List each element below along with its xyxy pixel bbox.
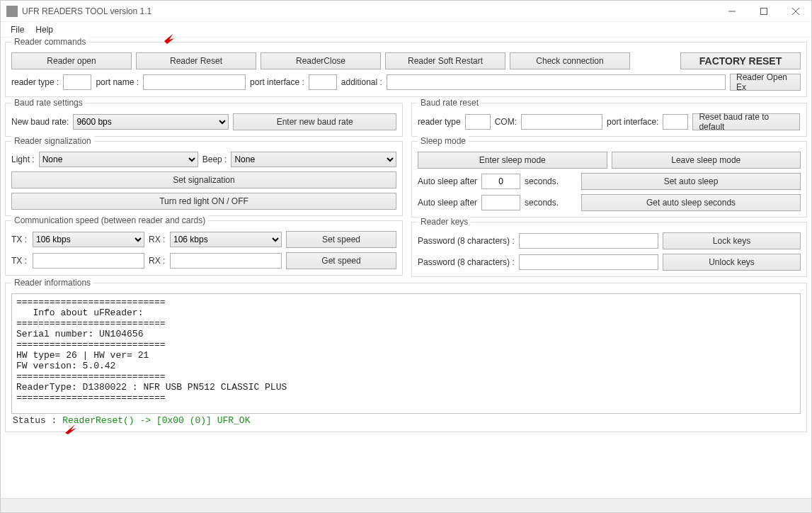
svg-rect-1 (760, 8, 767, 14)
reader-signalization-group: Reader signalization Light : None Beep :… (5, 141, 403, 216)
reader-commands-legend: Reader commands (11, 37, 88, 47)
close-button[interactable] (779, 1, 811, 22)
set-signalization-button[interactable]: Set signalization (11, 171, 396, 188)
maximize-button[interactable] (748, 1, 779, 22)
sleep-mode-legend: Sleep mode (418, 136, 469, 146)
rx-select[interactable]: 106 kbps (170, 232, 282, 247)
auto-sleep-after-label-1: Auto sleep after (418, 176, 477, 186)
comm-speed-legend: Communication speed (between reader and … (11, 215, 208, 225)
reader-keys-legend: Reader keys (418, 217, 471, 227)
rx-output[interactable] (170, 253, 282, 269)
status-line: Status : ReaderReset() -> [0x00 (0)] UFR… (11, 414, 801, 426)
brr-com-label: COM: (495, 117, 517, 127)
additional-label: additional : (341, 77, 382, 87)
password-input-2[interactable] (519, 254, 658, 270)
menu-help[interactable]: Help (30, 23, 59, 36)
menu-file[interactable]: File (5, 23, 30, 36)
additional-input[interactable] (387, 74, 726, 90)
seconds-label-2: seconds. (525, 198, 559, 208)
reader-soft-restart-button[interactable]: Reader Soft Restart (385, 52, 505, 69)
tx-out-label: TX : (11, 256, 28, 266)
reader-open-ex-button[interactable]: Reader Open Ex (730, 74, 801, 91)
light-select[interactable]: None (39, 152, 198, 167)
rx-out-label: RX : (149, 256, 166, 266)
brr-port-interface-input[interactable] (663, 114, 688, 130)
seconds-label-1: seconds. (525, 176, 559, 186)
password-label-1: Password (8 characters) : (418, 236, 515, 246)
port-interface-label: port interface : (250, 77, 304, 87)
baud-rate-reset-legend: Baud rate reset (418, 98, 481, 108)
brr-reader-type-label: reader type (418, 117, 461, 127)
reader-informations-group: Reader informations ====================… (5, 283, 807, 432)
brr-reader-type-input[interactable] (465, 114, 491, 130)
auto-sleep-after-label-2: Auto sleep after (418, 198, 477, 208)
new-baud-rate-select[interactable]: 9600 bps (73, 114, 229, 130)
tx-label: TX : (11, 235, 28, 244)
beep-label: Beep : (202, 154, 227, 164)
baud-rate-settings-legend: Baud rate settings (11, 98, 86, 108)
baud-rate-settings-group: Baud rate settings New baud rate: 9600 b… (5, 103, 403, 137)
light-label: Light : (11, 154, 35, 164)
tx-output[interactable] (33, 253, 144, 269)
get-speed-button[interactable]: Get speed (286, 252, 396, 269)
status-prefix: Status : (13, 415, 62, 426)
titlebar: UFR READERS TOOL version 1.1 (1, 1, 811, 22)
brr-com-input[interactable] (521, 114, 602, 130)
reader-informations-legend: Reader informations (11, 278, 93, 288)
statusbar (1, 498, 811, 512)
reader-commands-group: Reader commands Reader open Reader Reset… (5, 42, 807, 97)
svg-marker-5 (65, 424, 76, 434)
turn-red-light-button[interactable]: Turn red light ON / OFF (11, 193, 396, 210)
menubar: File Help (1, 22, 811, 38)
lock-keys-button[interactable]: Lock keys (663, 232, 801, 249)
reader-open-button[interactable]: Reader open (11, 52, 132, 69)
tx-select[interactable]: 106 kbps (33, 232, 144, 247)
leave-sleep-button[interactable]: Leave sleep mode (612, 152, 801, 169)
status-message: ReaderReset() -> [0x00 (0)] UFR_OK (62, 415, 250, 426)
reader-signalization-legend: Reader signalization (11, 136, 94, 146)
auto-sleep-seconds-input-1[interactable] (481, 174, 520, 189)
port-interface-input[interactable] (309, 74, 337, 90)
set-auto-sleep-button[interactable]: Set auto sleep (581, 173, 801, 190)
factory-reset-button[interactable]: FACTORY RESET (680, 52, 801, 69)
password-input-1[interactable] (519, 233, 658, 249)
minimize-button[interactable] (716, 1, 748, 22)
reader-reset-button[interactable]: Reader Reset (136, 52, 256, 69)
set-speed-button[interactable]: Set speed (286, 231, 396, 248)
reader-type-input[interactable] (63, 74, 91, 90)
reader-close-button[interactable]: ReaderClose (261, 52, 381, 69)
unlock-keys-button[interactable]: Unlock keys (663, 254, 801, 271)
port-name-input[interactable] (143, 74, 246, 90)
app-icon (6, 6, 18, 17)
enter-sleep-button[interactable]: Enter sleep mode (418, 152, 607, 169)
rx-label: RX : (149, 235, 166, 244)
reader-keys-group: Reader keys Password (8 characters) : Lo… (411, 222, 807, 277)
baud-rate-reset-group: Baud rate reset reader type COM: port in… (411, 103, 807, 137)
password-label-2: Password (8 characters) : (418, 257, 515, 267)
auto-sleep-seconds-input-2[interactable] (481, 195, 520, 210)
port-name-label: port name : (96, 77, 139, 87)
reader-type-label: reader type : (11, 77, 59, 87)
new-baud-rate-label: New baud rate: (11, 117, 69, 127)
brr-port-interface-label: port interface: (607, 117, 658, 127)
get-auto-sleep-button[interactable]: Get auto sleep seconds (581, 194, 801, 211)
reader-info-text[interactable]: =========================== Info about u… (11, 293, 801, 414)
check-connection-button[interactable]: Check connection (510, 52, 630, 69)
comm-speed-group: Communication speed (between reader and … (5, 220, 403, 276)
beep-select[interactable]: None (231, 152, 396, 167)
sleep-mode-group: Sleep mode Enter sleep mode Leave sleep … (411, 141, 807, 218)
enter-baud-rate-button[interactable]: Enter new baud rate (233, 113, 396, 130)
window-title: UFR READERS TOOL version 1.1 (22, 6, 151, 16)
reset-baud-rate-button[interactable]: Reset baud rate to default (692, 113, 800, 130)
